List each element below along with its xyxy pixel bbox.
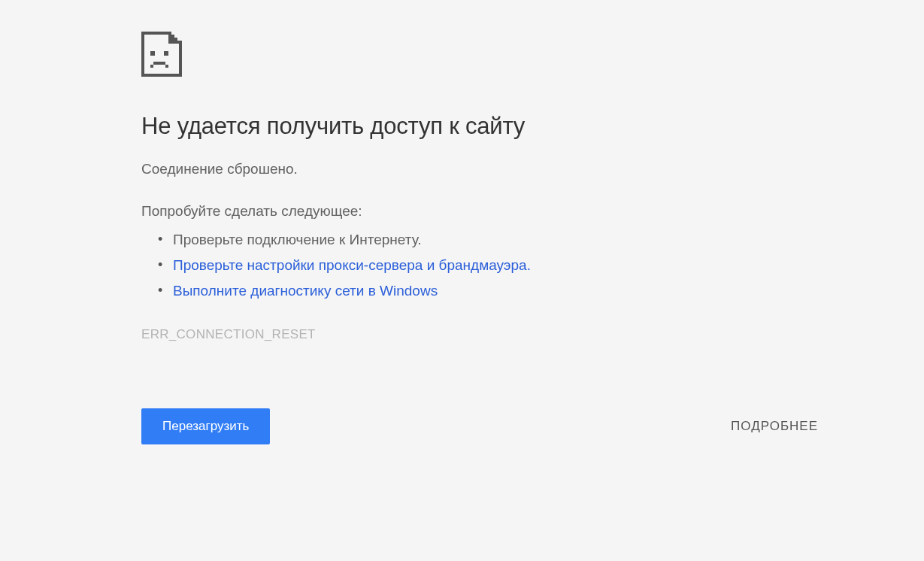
suggestion-item[interactable]: Выполните диагностику сети в Windows [173,278,692,304]
error-code: ERR_CONNECTION_RESET [141,327,692,342]
suggestion-item[interactable]: Проверьте настройки прокси-сервера и бра… [173,253,692,278]
svg-rect-9 [168,35,171,44]
error-title: Не удается получить доступ к сайту [141,113,692,140]
error-subtitle: Соединение сброшено. [141,161,692,177]
svg-rect-14 [165,65,168,68]
svg-rect-0 [141,32,168,35]
svg-rect-2 [141,74,182,77]
svg-rect-10 [150,51,155,56]
suggestion-item: Проверьте подключение к Интернету. [173,227,692,253]
svg-rect-5 [171,35,174,41]
svg-rect-1 [141,32,144,77]
details-button[interactable]: ПОДРОБНЕЕ [728,411,821,441]
svg-rect-13 [153,62,165,65]
try-label: Попробуйте сделать следующее: [141,203,692,220]
button-row: Перезагрузить ПОДРОБНЕЕ [141,408,821,444]
svg-rect-12 [150,65,153,68]
reload-button[interactable]: Перезагрузить [141,408,270,444]
sad-document-icon [141,32,692,77]
error-page: Не удается получить доступ к сайту Соеди… [0,0,692,444]
svg-rect-3 [179,44,182,77]
suggestions-list: Проверьте подключение к Интернету.Провер… [173,227,692,305]
svg-rect-11 [164,51,168,56]
